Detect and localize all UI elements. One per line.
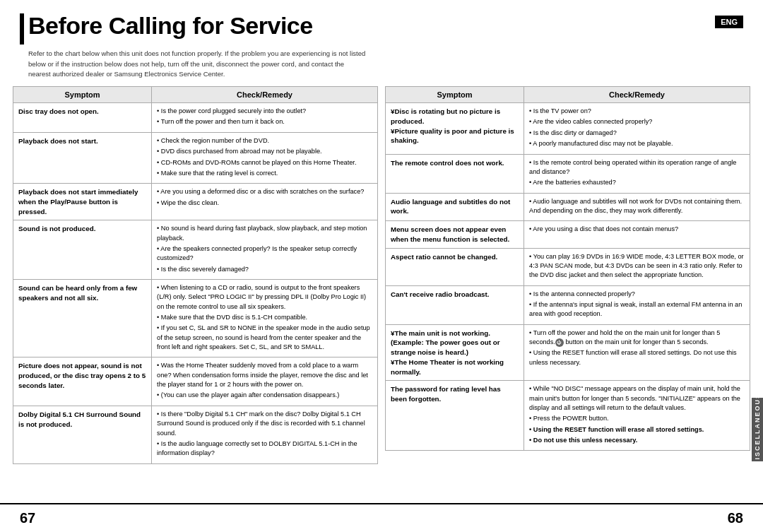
symptom-cell: Can't receive radio broadcast. — [386, 285, 524, 324]
left-table: Symptom Check/Remedy Disc tray does not … — [13, 86, 378, 463]
page-number-left: 67 — [20, 510, 35, 526]
symptom-cell: ¥Disc is rotating but no picture is prod… — [386, 103, 524, 154]
table-row: The password for rating level has been f… — [386, 381, 750, 451]
title-section: Before Calling for Service Refer to the … — [20, 13, 708, 79]
bottom-bar: 67 68 — [0, 503, 763, 532]
symptom-cell: Sound is not produced. — [13, 220, 152, 280]
remedy-cell: Is there "Dolby Digital 5.1 CH" mark on … — [152, 406, 378, 463]
right-symptom-header: Symptom — [386, 87, 524, 103]
page-description: Refer to the chart below when this unit … — [28, 49, 367, 79]
table-row: Menu screen does not appear even when th… — [386, 221, 750, 248]
table-row: Can't receive radio broadcast.Is the ant… — [386, 285, 750, 324]
table-row: Playback does not start.Check the region… — [13, 132, 378, 183]
table-row: Playback does not start immediately when… — [13, 184, 378, 220]
table-row: Aspect ratio cannot be changed.You can p… — [386, 248, 750, 285]
left-section: Symptom Check/Remedy Disc tray does not … — [13, 86, 378, 496]
table-row: Audio language and subtitles do not work… — [386, 193, 750, 221]
right-remedy-header: Check/Remedy — [524, 87, 750, 103]
remedy-cell: When listening to a CD or radio, sound i… — [152, 280, 378, 357]
remedy-cell: Is the power cord plugged securely into … — [152, 103, 378, 133]
right-table: Symptom Check/Remedy ¥Disc is rotating b… — [385, 86, 750, 451]
page-container: Before Calling for Service Refer to the … — [0, 0, 763, 532]
symptom-cell: Disc tray does not open. — [13, 103, 152, 133]
symptom-cell: Sound can be heard only from a few speak… — [13, 280, 152, 357]
lang-badge: ENG — [715, 16, 743, 28]
table-row: ¥The main unit is not working.(Example: … — [386, 324, 750, 381]
symptom-cell: The remote control does not work. — [386, 154, 524, 193]
remedy-cell: Is the antenna connected properly?If the… — [524, 285, 750, 324]
right-section: Symptom Check/Remedy ¥Disc is rotating b… — [385, 86, 750, 496]
symptom-cell: Playback does not start. — [13, 132, 152, 183]
power-icon: ⏻ — [555, 338, 564, 347]
symptom-cell: The password for rating level has been f… — [386, 381, 524, 451]
title-accent — [20, 13, 24, 45]
misc-sidebar-label: MISCELLANEOUS — [752, 398, 763, 461]
symptom-cell: Picture does not appear, sound is not pr… — [13, 357, 152, 406]
page-number-right: 68 — [728, 510, 743, 526]
symptom-cell: Audio language and subtitles do not work… — [386, 193, 524, 221]
symptom-cell: Menu screen does not appear even when th… — [386, 221, 524, 248]
remedy-cell: Are you using a deformed disc or a disc … — [152, 184, 378, 220]
remedy-cell: While "NO DISC" message appears on the d… — [524, 381, 750, 451]
left-remedy-header: Check/Remedy — [152, 87, 378, 103]
table-row: The remote control does not work.Is the … — [386, 154, 750, 193]
remedy-cell: Is the remote control being operated wit… — [524, 154, 750, 193]
table-row: Disc tray does not open.Is the power cor… — [13, 103, 378, 133]
left-symptom-header: Symptom — [13, 87, 152, 103]
table-row: Dolby Digital 5.1 CH Surround Sound is n… — [13, 406, 378, 463]
remedy-cell: Check the region number of the DVD.DVD d… — [152, 132, 378, 183]
remedy-cell: Are you using a disc that does not conta… — [524, 221, 750, 248]
remedy-cell: Is the TV power on?Are the video cables … — [524, 103, 750, 154]
symptom-cell: Playback does not start immediately when… — [13, 184, 152, 220]
remedy-cell: You can play 16:9 DVDs in 16:9 WIDE mode… — [524, 248, 750, 285]
table-row: Sound can be heard only from a few speak… — [13, 280, 378, 357]
symptom-cell: Dolby Digital 5.1 CH Surround Sound is n… — [13, 406, 152, 463]
symptom-cell: ¥The main unit is not working.(Example: … — [386, 324, 524, 381]
top-bar: Before Calling for Service Refer to the … — [0, 0, 763, 79]
remedy-cell: No sound is heard during fast playback, … — [152, 220, 378, 280]
remedy-cell: Turn off the power and hold the on the m… — [524, 324, 750, 381]
page-title: Before Calling for Service — [28, 13, 313, 39]
content-area: Symptom Check/Remedy Disc tray does not … — [0, 79, 763, 503]
remedy-cell: Was the Home Theater suddenly moved from… — [152, 357, 378, 406]
table-row: Picture does not appear, sound is not pr… — [13, 357, 378, 406]
table-row: ¥Disc is rotating but no picture is prod… — [386, 103, 750, 154]
table-row: Sound is not produced.No sound is heard … — [13, 220, 378, 280]
remedy-cell: Audio language and subtitles will not wo… — [524, 193, 750, 221]
symptom-cell: Aspect ratio cannot be changed. — [386, 248, 524, 285]
